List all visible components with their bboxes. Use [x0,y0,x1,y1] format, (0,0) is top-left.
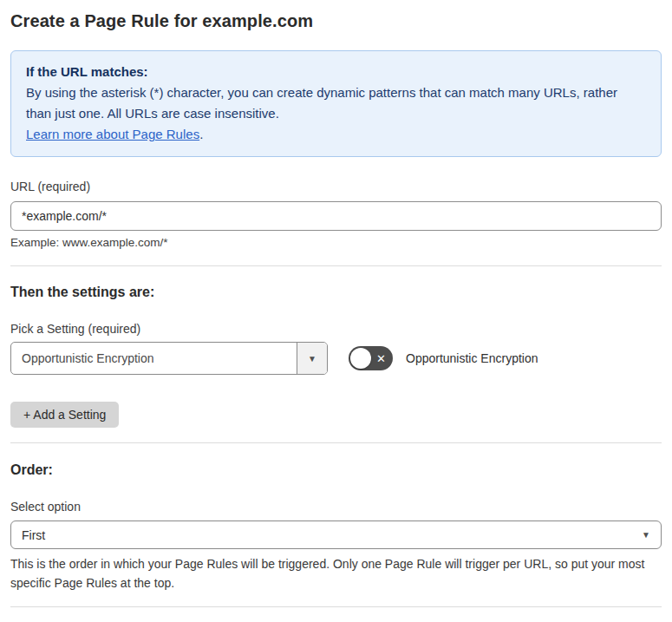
pick-setting-label: Pick a Setting (required) [10,322,662,336]
order-select-label: Select option [10,500,662,514]
link-suffix: . [199,127,203,141]
toggle-knob [350,348,371,369]
toggle-label: Opportunistic Encryption [406,351,538,365]
setting-select-arrow-button[interactable]: ▼ [297,343,327,374]
order-section-heading: Order: [10,462,662,479]
create-page-rule-form: Create a Page Rule for example.com If th… [0,0,672,622]
order-help-text: This is the order in which your Page Rul… [10,554,656,593]
opportunistic-encryption-toggle[interactable]: ✕ [349,346,393,370]
toggle-off-icon: ✕ [376,353,386,364]
chevron-down-icon: ▼ [308,354,316,363]
setting-select-value: Opportunistic Encryption [11,343,297,374]
url-matches-info-box: If the URL matches: By using the asteris… [10,50,662,157]
url-field-label: URL (required) [10,180,662,193]
section-divider [10,442,662,443]
order-select[interactable]: First ▼ [10,521,662,549]
info-box-body: By using the asterisk (*) character, you… [26,82,646,124]
setting-select[interactable]: Opportunistic Encryption ▼ [10,342,328,375]
learn-more-link[interactable]: Learn more about Page Rules [26,127,199,141]
section-divider [10,606,662,607]
url-input[interactable] [10,201,662,231]
setting-row: Opportunistic Encryption ▼ ✕ Opportunist… [10,342,662,375]
page-title: Create a Page Rule for example.com [10,0,662,31]
url-field-hint: Example: www.example.com/* [10,236,662,250]
info-box-heading: If the URL matches: [26,62,646,82]
order-select-value: First [22,528,642,542]
info-box-link-line: Learn more about Page Rules. [26,124,646,145]
settings-section-heading: Then the settings are: [10,284,662,301]
section-divider [10,265,662,266]
add-setting-button[interactable]: + Add a Setting [10,402,119,428]
chevron-down-icon: ▼ [642,530,650,540]
